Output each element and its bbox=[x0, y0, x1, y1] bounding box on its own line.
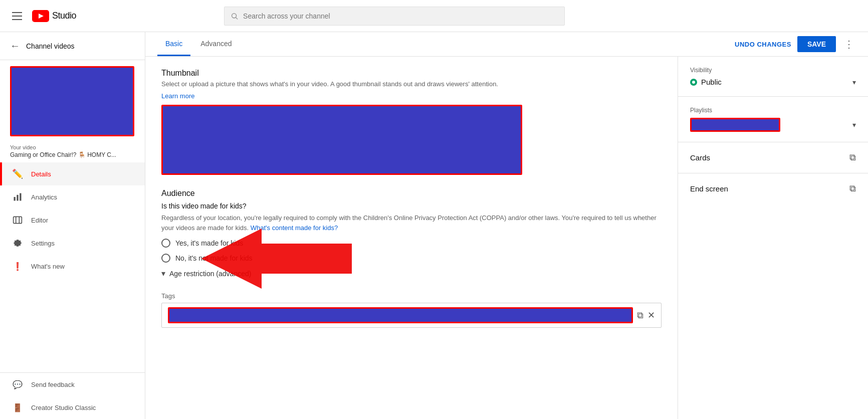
top-actions: UNDO CHANGES SAVE ⋮ bbox=[735, 32, 856, 56]
radio-yes[interactable]: Yes, it's made for kids bbox=[161, 239, 662, 248]
sidebar-item-label-whats-new: What's new bbox=[31, 263, 65, 270]
sidebar-item-send-feedback[interactable]: 💬 Send feedback bbox=[0, 373, 145, 396]
public-status-dot bbox=[690, 79, 697, 86]
sidebar-item-label-creator-studio: Creator Studio Classic bbox=[31, 404, 96, 411]
playlists-highlight[interactable] bbox=[690, 118, 780, 132]
visibility-section: Visibility Public ▾ bbox=[678, 57, 868, 97]
video-name: Gaming or Office Chair!? 🪑 HOMY C... bbox=[10, 151, 135, 158]
sidebar-item-editor[interactable]: Editor bbox=[0, 208, 145, 232]
settings-icon bbox=[12, 238, 23, 249]
tags-section: Tags ⧉ ✕ bbox=[161, 292, 662, 328]
sidebar-item-details[interactable]: ✏️ Details bbox=[0, 162, 145, 185]
end-screen-label: End screen bbox=[690, 184, 728, 193]
studio-label: Studio bbox=[52, 11, 76, 21]
sidebar-item-label-analytics: Analytics bbox=[31, 193, 57, 201]
search-icon bbox=[231, 12, 238, 20]
sidebar-item-label-settings: Settings bbox=[31, 240, 55, 247]
thumbnail-title: Thumbnail bbox=[161, 69, 662, 78]
playlists-label: Playlists bbox=[690, 107, 856, 114]
audience-title: Audience bbox=[161, 189, 662, 198]
clear-tags-button[interactable]: ✕ bbox=[647, 310, 655, 321]
thumbnail-preview[interactable] bbox=[161, 105, 522, 175]
right-panel: Visibility Public ▾ Playlists ▾ bbox=[678, 57, 868, 419]
thumbnail-section: Thumbnail Select or upload a picture tha… bbox=[161, 69, 662, 175]
content-area: Thumbnail Select or upload a picture tha… bbox=[145, 57, 868, 419]
sidebar-header: ← Channel videos bbox=[0, 32, 145, 60]
details-icon: ✏️ bbox=[12, 168, 23, 179]
audience-description: Regardless of your location, you're lega… bbox=[161, 213, 662, 233]
cards-external-link-icon: ⧉ bbox=[849, 152, 856, 163]
audience-question: Is this video made for kids? bbox=[161, 202, 662, 210]
youtube-logo: Studio bbox=[32, 10, 76, 22]
hamburger-menu[interactable] bbox=[8, 8, 26, 24]
playlists-section: Playlists ▾ bbox=[678, 97, 868, 142]
video-thumbnail bbox=[10, 66, 134, 136]
sidebar-item-label-feedback: Send feedback bbox=[31, 381, 75, 388]
age-restriction[interactable]: ▾ Age restriction (advanced) bbox=[161, 269, 662, 278]
search-input[interactable] bbox=[243, 12, 558, 20]
more-options-button[interactable]: ⋮ bbox=[842, 36, 856, 52]
visibility-left: Public bbox=[690, 78, 722, 86]
sidebar-nav: ✏️ Details Analytics Editor Settings bbox=[0, 162, 145, 372]
audience-section: Audience Is this video made for kids? Re… bbox=[161, 189, 662, 278]
youtube-icon bbox=[32, 10, 49, 22]
end-screen-external-link-icon: ⧉ bbox=[849, 183, 856, 194]
end-screen-section[interactable]: End screen ⧉ bbox=[678, 173, 868, 204]
cards-section[interactable]: Cards ⧉ bbox=[678, 142, 868, 173]
chevron-down-icon: ▾ bbox=[161, 269, 165, 278]
tags-input[interactable] bbox=[168, 307, 633, 323]
playlists-dropdown-icon: ▾ bbox=[852, 121, 856, 129]
sidebar-item-label-editor: Editor bbox=[31, 217, 48, 224]
sidebar-item-creator-studio[interactable]: 🚪 Creator Studio Classic bbox=[0, 396, 145, 419]
tags-label: Tags bbox=[161, 292, 662, 300]
svg-rect-5 bbox=[17, 195, 18, 201]
back-arrow-icon[interactable]: ← bbox=[10, 40, 20, 52]
sidebar-bottom: 💬 Send feedback 🚪 Creator Studio Classic bbox=[0, 372, 145, 419]
radio-no-label: No, it's not made for kids bbox=[175, 254, 253, 262]
video-info: Your video Gaming or Office Chair!? 🪑 HO… bbox=[0, 142, 145, 162]
svg-rect-6 bbox=[20, 193, 21, 201]
header-left: Studio bbox=[8, 8, 76, 24]
radio-no[interactable]: No, it's not made for kids bbox=[161, 254, 662, 263]
svg-rect-7 bbox=[14, 217, 22, 223]
cards-label: Cards bbox=[690, 153, 710, 162]
visibility-dropdown-icon: ▾ bbox=[852, 78, 856, 86]
radio-yes-circle bbox=[161, 239, 170, 248]
content-main: Thumbnail Select or upload a picture tha… bbox=[145, 57, 678, 419]
analytics-icon bbox=[12, 191, 23, 202]
visibility-row[interactable]: Public ▾ bbox=[690, 78, 856, 86]
sidebar-item-analytics[interactable]: Analytics bbox=[0, 185, 145, 208]
tab-advanced[interactable]: Advanced bbox=[192, 33, 240, 56]
sidebar-item-label: Details bbox=[31, 170, 51, 178]
thumbnail-description: Select or upload a picture that shows wh… bbox=[161, 80, 662, 89]
tab-basic[interactable]: Basic bbox=[157, 33, 190, 56]
undo-changes-button[interactable]: UNDO CHANGES bbox=[735, 41, 791, 48]
tags-input-wrapper: ⧉ ✕ bbox=[161, 303, 662, 328]
search-bar[interactable] bbox=[224, 7, 565, 26]
sidebar-item-settings[interactable]: Settings bbox=[0, 232, 145, 255]
whats-new-icon: ❗ bbox=[12, 261, 23, 272]
main-area: Basic Advanced UNDO CHANGES SAVE ⋮ Thumb… bbox=[145, 32, 868, 419]
svg-line-3 bbox=[236, 17, 238, 19]
creator-studio-icon: 🚪 bbox=[12, 402, 23, 413]
kids-content-link[interactable]: What's content made for kids? bbox=[251, 224, 338, 232]
visibility-value: Public bbox=[701, 78, 722, 86]
svg-point-2 bbox=[232, 13, 236, 18]
copy-tags-button[interactable]: ⧉ bbox=[637, 310, 643, 321]
editor-icon bbox=[12, 215, 23, 226]
tabs-bar: Basic Advanced UNDO CHANGES SAVE ⋮ bbox=[145, 32, 868, 57]
radio-yes-label: Yes, it's made for kids bbox=[175, 239, 243, 247]
save-button[interactable]: SAVE bbox=[797, 36, 836, 52]
sidebar-title: Channel videos bbox=[26, 42, 75, 50]
visibility-label: Visibility bbox=[690, 67, 856, 74]
age-restriction-label: Age restriction (advanced) bbox=[169, 270, 251, 278]
body: ← Channel videos Your video Gaming or Of… bbox=[0, 32, 868, 419]
sidebar: ← Channel videos Your video Gaming or Of… bbox=[0, 32, 145, 419]
audience-desc-text: Regardless of your location, you're lega… bbox=[161, 214, 657, 232]
video-label: Your video bbox=[10, 144, 135, 150]
learn-more-link[interactable]: Learn more bbox=[161, 92, 194, 100]
playlists-row[interactable]: ▾ bbox=[690, 118, 856, 132]
sidebar-item-whats-new[interactable]: ❗ What's new bbox=[0, 255, 145, 278]
radio-no-circle bbox=[161, 254, 170, 263]
svg-rect-4 bbox=[14, 197, 16, 201]
